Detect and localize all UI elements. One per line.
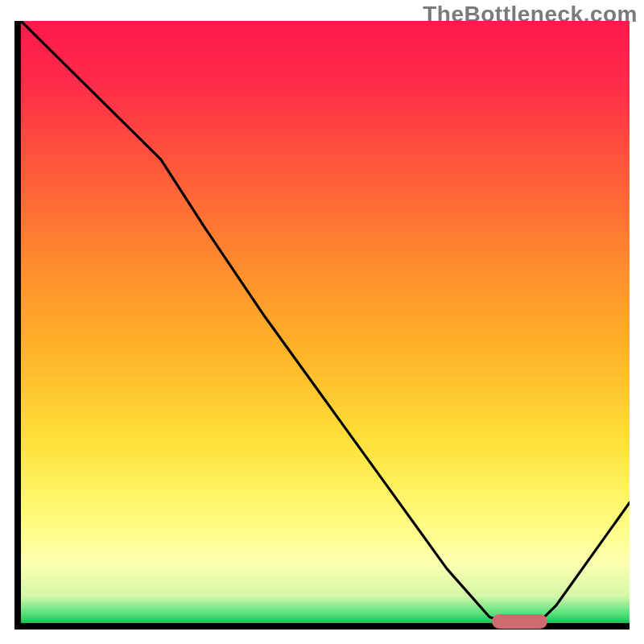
plot-svg bbox=[21, 21, 630, 623]
chart-stage: TheBottleneck.com bbox=[0, 0, 644, 644]
plot-area bbox=[14, 21, 630, 630]
optimal-range-marker bbox=[492, 614, 547, 629]
